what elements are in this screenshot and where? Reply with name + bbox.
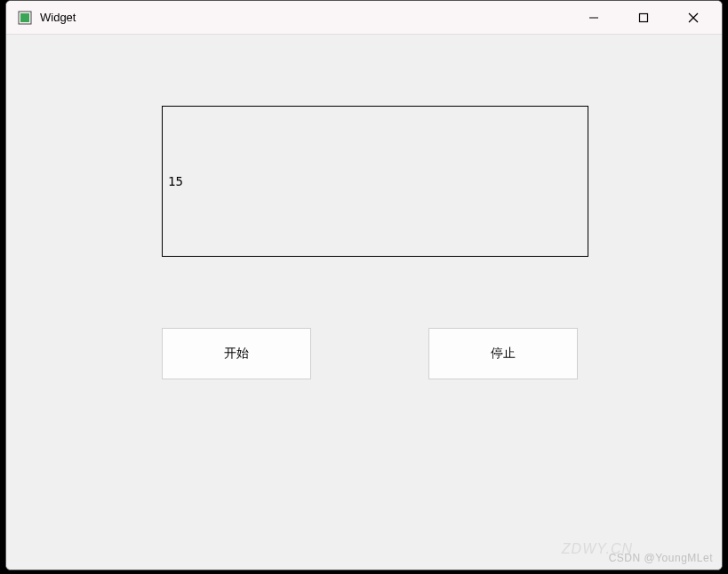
watermark-text-1: CSDN @YoungMLet <box>609 552 713 564</box>
client-area: 15 开始 停止 ZDWY.CN CSDN @YoungMLet <box>6 35 722 570</box>
stop-button[interactable]: 停止 <box>428 328 578 379</box>
display-label: 15 <box>162 106 588 257</box>
maximize-button[interactable] <box>619 1 668 35</box>
svg-rect-1 <box>20 13 29 22</box>
window-title: Widget <box>40 11 569 24</box>
minimize-button[interactable] <box>569 1 619 35</box>
window-controls <box>569 1 718 35</box>
app-icon <box>17 10 33 26</box>
svg-rect-3 <box>640 13 648 21</box>
start-button[interactable]: 开始 <box>162 328 311 379</box>
titlebar: Widget <box>6 1 722 35</box>
watermark-text-2: ZDWY.CN <box>562 541 633 557</box>
close-button[interactable] <box>668 1 718 35</box>
app-window: Widget 15 开始 停止 ZDWY.CN CSDN @YoungMLet <box>5 0 723 570</box>
